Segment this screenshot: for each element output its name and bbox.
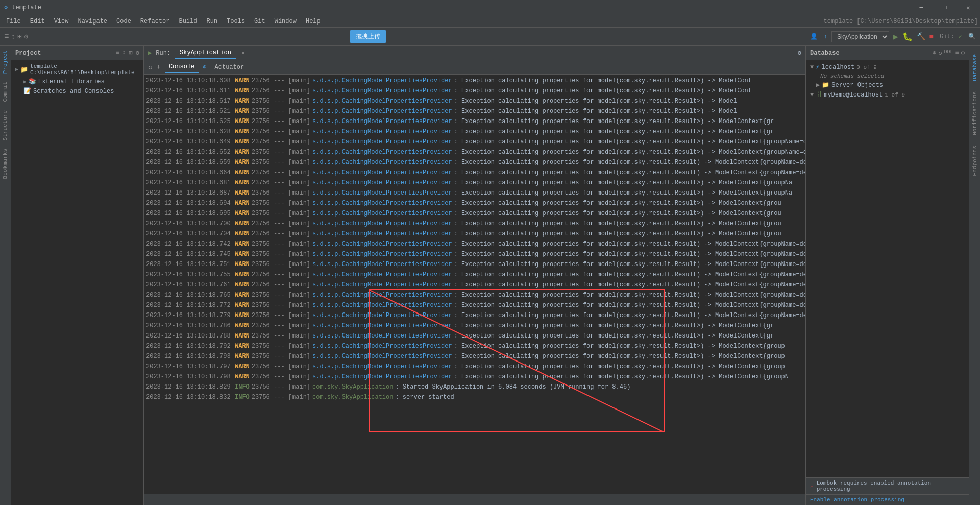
toolbar-icon-2[interactable]: ↕ [11, 33, 15, 41]
close-tab-icon[interactable]: ✕ [241, 49, 245, 57]
db-label: Database [810, 50, 840, 57]
log-thread: 23756 --- [main] [252, 178, 310, 187]
debug-button[interactable]: 🐛 [902, 32, 913, 42]
db-tool-add[interactable]: ⊕ [933, 49, 936, 57]
right-tab-database[interactable]: Database [970, 50, 980, 85]
log-thread: 23756 --- [main] [252, 321, 310, 330]
project-tool-2[interactable]: ↕ [122, 49, 126, 57]
log-class: s.d.s.p.CachingModelPropertiesProvider [312, 127, 452, 136]
log-level: WARN [235, 291, 250, 300]
enable-annotation-link[interactable]: Enable annotation processing [810, 497, 904, 503]
close-button[interactable]: ✕ [957, 0, 980, 15]
log-class: com.sky.SkyApplication [312, 382, 393, 392]
vcs-icon[interactable]: ↑ [824, 33, 827, 40]
menu-window[interactable]: Window [271, 17, 301, 26]
db-settings[interactable]: ⚙ [961, 49, 965, 57]
right-tab-notifications[interactable]: Notifications [970, 87, 980, 139]
project-tool-4[interactable]: ⚙ [136, 49, 139, 57]
log-line-0: 2023-12-16 13:10:18.608WARN23756 --- [ma… [144, 76, 805, 86]
right-tab-endpoints[interactable]: Endpoints [970, 141, 980, 180]
menu-tools[interactable]: Tools [223, 17, 249, 26]
log-level: WARN [235, 86, 250, 95]
log-level: WARN [235, 280, 250, 290]
tree-item-scratches[interactable]: 📝 Scratches and Consoles [13, 86, 141, 96]
menu-file[interactable]: File [2, 17, 25, 26]
log-thread: 23756 --- [main] [252, 117, 310, 126]
tree-item-libraries[interactable]: ▶ 📚 External Libraries [13, 77, 141, 86]
log-message: : Exception calculating properties for m… [454, 372, 789, 381]
git-label: Git: [940, 33, 954, 40]
menu-view[interactable]: View [50, 17, 73, 26]
menu-refactor[interactable]: Refactor [136, 17, 174, 26]
toolbar-icon-3[interactable]: ⊞ [17, 32, 21, 41]
log-line-22: 2023-12-16 13:10:18.772WARN23756 --- [ma… [144, 300, 805, 310]
toolbar-icon-1[interactable]: ≡ [4, 32, 9, 41]
menu-run[interactable]: Run [202, 17, 222, 26]
console-stop-icon[interactable]: ⬇ [156, 63, 160, 71]
log-level: WARN [235, 76, 250, 85]
cloud-upload-button[interactable]: 拖拽上传 [350, 30, 386, 43]
log-line-5: 2023-12-16 13:10:18.628WARN23756 --- [ma… [144, 127, 805, 137]
log-line-13: 2023-12-16 13:10:18.695WARN23756 --- [ma… [144, 208, 805, 219]
tab-console[interactable]: Console [165, 62, 199, 73]
db-tool-filter[interactable]: ≡ [955, 49, 959, 57]
log-message: : Exception calculating properties for m… [454, 260, 805, 269]
project-header: Project ≡ ↕ ⊞ ⚙ [11, 46, 143, 60]
console-restart-icon[interactable]: ↻ [148, 63, 152, 71]
log-line-15: 2023-12-16 13:10:18.704WARN23756 --- [ma… [144, 229, 805, 239]
log-timestamp: 2023-12-16 13:10:18.832 [146, 393, 233, 402]
menu-build[interactable]: Build [175, 17, 201, 26]
stop-button[interactable]: ■ [929, 33, 934, 41]
menu-help[interactable]: Help [302, 17, 325, 26]
project-panel: Project ≡ ↕ ⊞ ⚙ ▶ 📁 template C:\Users\86… [11, 46, 144, 505]
project-tool-1[interactable]: ≡ [115, 49, 119, 57]
log-message: : Exception calculating properties for m… [454, 239, 805, 249]
sidebar-item-structure[interactable]: Structure [0, 106, 11, 145]
menu-code[interactable]: Code [112, 17, 135, 26]
log-timestamp: 2023-12-16 13:10:18.793 [146, 352, 233, 361]
minimize-button[interactable]: ─ [910, 0, 933, 15]
build-button[interactable]: 🔨 [917, 32, 925, 41]
log-line-2: 2023-12-16 13:10:18.617WARN23756 --- [ma… [144, 96, 805, 106]
run-config-select[interactable]: SkyApplication [831, 31, 889, 42]
db-item-localhost[interactable]: ▼ ⚡ localhost 0 of 9 [808, 62, 967, 72]
db-tool-refresh[interactable]: ↻ [938, 49, 942, 57]
left-labels: Project Commit Structure Bookmarks [0, 46, 11, 505]
maximize-button[interactable]: □ [933, 0, 957, 15]
log-timestamp: 2023-12-16 13:10:18.761 [146, 280, 233, 290]
user-icon[interactable]: 👤 [810, 33, 818, 40]
log-message: : Exception calculating properties for m… [454, 301, 805, 310]
db-item-server-objects[interactable]: ▶ 📁 Server Objects [808, 80, 967, 90]
tree-item-root[interactable]: ▶ 📁 template C:\Users\86151\Desktop\temp… [13, 62, 141, 77]
log-level: WARN [235, 168, 250, 177]
log-thread: 23756 --- [main] [252, 158, 310, 167]
run-label: Run: [156, 50, 170, 57]
git-check[interactable]: ✓ [959, 33, 962, 40]
log-level: WARN [235, 188, 250, 198]
db-tool-ddl[interactable]: DDL [944, 49, 953, 57]
project-tool-3[interactable]: ⊞ [129, 49, 133, 57]
log-timestamp: 2023-12-16 13:10:18.649 [146, 137, 233, 147]
search-icon[interactable]: 🔍 [968, 33, 976, 40]
log-line-1: 2023-12-16 13:10:18.611WARN23756 --- [ma… [144, 86, 805, 96]
log-class: s.d.s.p.CachingModelPropertiesProvider [312, 209, 452, 218]
run-icon: ▶ [148, 49, 152, 57]
menu-edit[interactable]: Edit [26, 17, 49, 26]
log-message: : Exception calculating properties for m… [454, 107, 738, 116]
tab-actuator[interactable]: Actuator [211, 62, 249, 73]
run-settings-icon[interactable]: ⚙ [798, 49, 801, 57]
run-button[interactable]: ▶ [893, 32, 898, 42]
menu-git[interactable]: Git [250, 17, 270, 26]
sidebar-item-bookmarks[interactable]: Bookmarks [0, 145, 11, 183]
toolbar-icon-4[interactable]: ⚙ [23, 32, 28, 41]
run-tab-skyapp[interactable]: SkyApplication [175, 47, 236, 59]
log-timestamp: 2023-12-16 13:10:18.611 [146, 86, 233, 95]
sidebar-item-project[interactable]: Project [0, 46, 11, 78]
log-message: : Exception calculating properties for m… [454, 291, 805, 300]
log-area[interactable]: 2023-12-16 13:10:18.608WARN23756 --- [ma… [144, 75, 805, 494]
log-timestamp: 2023-12-16 13:10:18.608 [146, 76, 233, 85]
sidebar-item-commit[interactable]: Commit [0, 78, 11, 106]
menu-navigate[interactable]: Navigate [74, 17, 111, 26]
log-class: s.d.s.p.CachingModelPropertiesProvider [312, 107, 452, 116]
db-item-mydemo[interactable]: ▼ 🗄 myDemo@localhost 1 of 9 [808, 90, 967, 100]
